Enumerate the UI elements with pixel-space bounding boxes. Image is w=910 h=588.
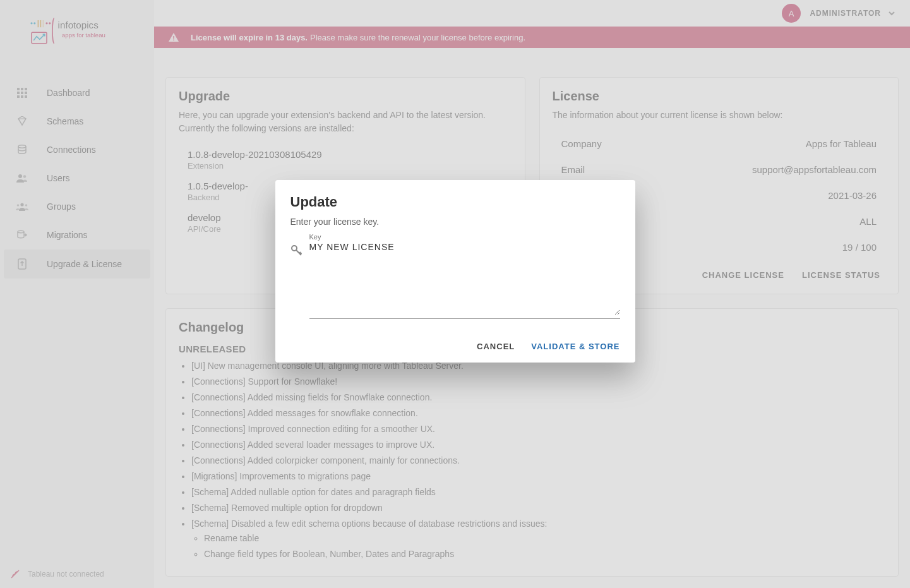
modal-desc: Enter your license key. (290, 217, 620, 227)
cancel-button[interactable]: CANCEL (477, 342, 515, 351)
key-label: Key (309, 233, 620, 241)
update-license-modal: Update Enter your license key. Key CANCE… (275, 180, 635, 363)
modal-scrim[interactable]: Update Enter your license key. Key CANCE… (0, 0, 910, 588)
svg-point-31 (292, 246, 297, 251)
validate-store-button[interactable]: VALIDATE & STORE (531, 342, 620, 351)
modal-title: Update (290, 194, 620, 210)
license-key-field[interactable]: Key (309, 233, 620, 319)
key-icon (290, 244, 303, 257)
license-key-input[interactable] (309, 241, 620, 315)
